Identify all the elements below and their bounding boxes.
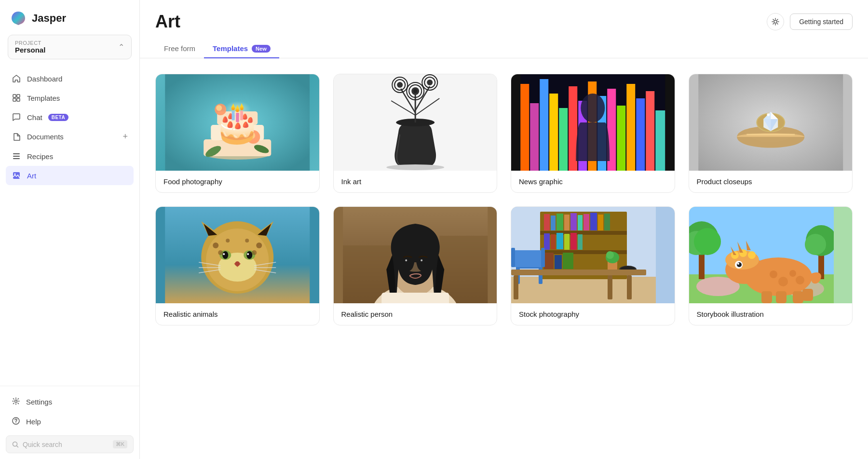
realistic-person-label: Realistic person — [334, 303, 497, 325]
svg-rect-182 — [793, 291, 803, 303]
art-card-ink-art[interactable]: Ink art — [333, 74, 498, 193]
svg-rect-129 — [551, 234, 556, 249]
quick-search-bar[interactable]: Quick search ⌘K — [6, 435, 134, 453]
svg-point-90 — [256, 243, 262, 248]
theme-toggle-button[interactable] — [767, 13, 784, 30]
svg-rect-3 — [13, 98, 16, 101]
svg-point-87 — [235, 261, 240, 266]
quick-search-label: Quick search — [23, 441, 109, 448]
svg-rect-132 — [570, 233, 577, 250]
sidebar-item-templates[interactable]: Templates — [6, 88, 134, 108]
art-card-realistic-animals[interactable]: Realistic animals — [155, 206, 320, 325]
svg-rect-119 — [551, 216, 556, 230]
ink-art-label: Ink art — [334, 171, 497, 192]
svg-point-175 — [737, 263, 739, 265]
add-document-icon[interactable]: + — [122, 132, 128, 142]
search-icon — [12, 441, 19, 448]
product-closeups-label: Product closeups — [689, 171, 853, 192]
sidebar-item-art[interactable]: Art — [6, 166, 134, 185]
sidebar-item-templates-label: Templates — [27, 94, 60, 102]
svg-rect-131 — [564, 234, 570, 250]
art-card-news-graphic[interactable]: News graphic — [511, 74, 675, 193]
sidebar-item-documents[interactable]: Documents + — [6, 127, 134, 147]
help-icon — [12, 417, 20, 427]
svg-rect-62 — [655, 110, 665, 171]
svg-rect-20 — [211, 125, 264, 140]
new-badge: New — [252, 45, 271, 53]
tabs-row: Free form Templates New — [140, 32, 868, 58]
svg-point-108 — [405, 259, 407, 261]
svg-rect-22 — [217, 111, 258, 125]
svg-point-93 — [245, 239, 249, 243]
svg-point-109 — [420, 259, 422, 261]
svg-rect-125 — [590, 213, 597, 230]
realistic-person-svg — [334, 207, 497, 303]
sidebar: Jasper PROJECT Personal ⌃ Dashboard Temp… — [0, 0, 140, 459]
sidebar-item-dashboard[interactable]: Dashboard — [6, 69, 134, 88]
sidebar-item-recipes[interactable]: Recipes — [6, 147, 134, 166]
page-header: Art Getting started — [140, 0, 868, 32]
svg-rect-2 — [17, 94, 20, 97]
food-photography-image — [156, 74, 319, 171]
svg-point-139 — [606, 251, 614, 259]
page-title: Art — [155, 12, 180, 32]
news-graphic-image — [511, 74, 675, 171]
svg-rect-128 — [544, 233, 550, 250]
svg-rect-126 — [598, 215, 603, 230]
grid-icon — [12, 93, 21, 103]
food-photo-art — [156, 74, 319, 171]
realistic-person-image — [334, 207, 497, 303]
svg-point-14 — [774, 20, 777, 23]
sidebar-item-help[interactable]: Help — [6, 412, 134, 432]
tab-templates[interactable]: Templates New — [204, 40, 279, 58]
sidebar-bottom: Settings Help Quick search ⌘K — [0, 386, 139, 459]
svg-point-25 — [246, 130, 260, 144]
realistic-animals-image — [156, 207, 319, 303]
svg-point-45 — [427, 80, 433, 85]
sidebar-item-settings[interactable]: Settings — [6, 392, 134, 412]
svg-rect-124 — [583, 214, 589, 230]
sidebar-item-chat[interactable]: Chat BETA — [6, 108, 134, 127]
storybook-illustration-label: Storybook illustration — [689, 303, 853, 325]
getting-started-button[interactable]: Getting started — [790, 14, 853, 30]
svg-point-19 — [211, 132, 264, 142]
main-content: Art Getting started Free form Templates … — [140, 0, 868, 459]
news-graphic-label: News graphic — [511, 171, 675, 192]
logo-area[interactable]: Jasper — [0, 0, 139, 35]
tab-free-form[interactable]: Free form — [155, 40, 204, 58]
sun-icon — [772, 18, 779, 26]
svg-rect-118 — [544, 214, 550, 230]
sidebar-item-recipes-label: Recipes — [27, 152, 53, 161]
ink-art-svg — [334, 74, 497, 171]
sidebar-item-chat-label: Chat — [27, 113, 42, 122]
art-card-food-photography[interactable]: Food photography — [155, 74, 320, 193]
svg-point-72 — [767, 113, 770, 116]
svg-point-178 — [789, 270, 796, 277]
app-name: Jasper — [32, 12, 66, 25]
chat-icon — [12, 112, 21, 122]
svg-point-39 — [413, 89, 417, 93]
svg-point-107 — [419, 258, 427, 264]
svg-rect-5 — [13, 153, 20, 154]
project-selector[interactable]: PROJECT Personal ⌃ — [8, 35, 132, 59]
svg-point-86 — [247, 253, 249, 255]
svg-point-23 — [215, 104, 226, 115]
art-card-realistic-person[interactable]: Realistic person — [333, 206, 498, 325]
svg-rect-51 — [549, 94, 558, 171]
svg-rect-59 — [626, 84, 635, 171]
art-card-stock-photography[interactable]: Stock photography — [511, 206, 675, 325]
svg-point-24 — [216, 105, 222, 111]
svg-point-177 — [778, 277, 788, 286]
product-closeups-image — [689, 74, 853, 171]
art-card-storybook-illustration[interactable]: Storybook illustration — [689, 206, 853, 325]
svg-point-84 — [246, 251, 252, 259]
svg-rect-149 — [511, 270, 646, 275]
art-card-product-closeups[interactable]: Product closeups — [689, 74, 853, 193]
svg-rect-1 — [13, 94, 16, 97]
svg-rect-148 — [541, 248, 545, 267]
stock-photography-label: Stock photography — [511, 303, 675, 325]
help-label: Help — [26, 418, 41, 426]
svg-rect-181 — [776, 291, 787, 303]
svg-point-63 — [581, 94, 605, 122]
project-name-text: Personal — [15, 46, 45, 54]
